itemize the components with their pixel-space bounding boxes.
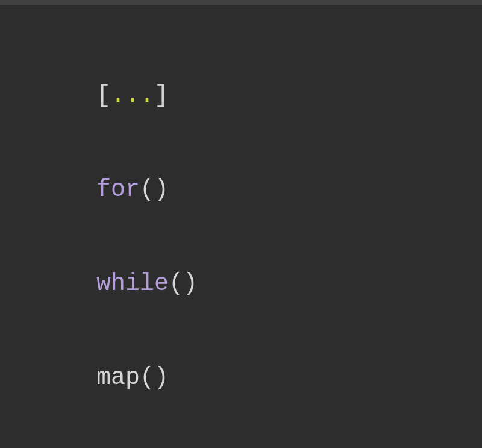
code-editor[interactable]: [...] for() while() map() filter() reduc… <box>0 5 482 448</box>
code-line: [...] <box>96 80 482 112</box>
keyword-while: while <box>96 270 169 297</box>
window-title-bar <box>0 0 482 5</box>
bracket-open: [ <box>96 82 111 109</box>
parens: () <box>169 270 198 297</box>
spread-dots: ... <box>111 82 154 109</box>
bracket-close: ] <box>154 82 169 109</box>
identifier: map <box>96 364 140 391</box>
code-line: map() <box>96 362 482 394</box>
parens: () <box>140 176 169 203</box>
code-line: for() <box>96 174 482 206</box>
code-line: while() <box>96 268 482 300</box>
parens: () <box>140 364 169 391</box>
keyword-for: for <box>96 176 140 203</box>
